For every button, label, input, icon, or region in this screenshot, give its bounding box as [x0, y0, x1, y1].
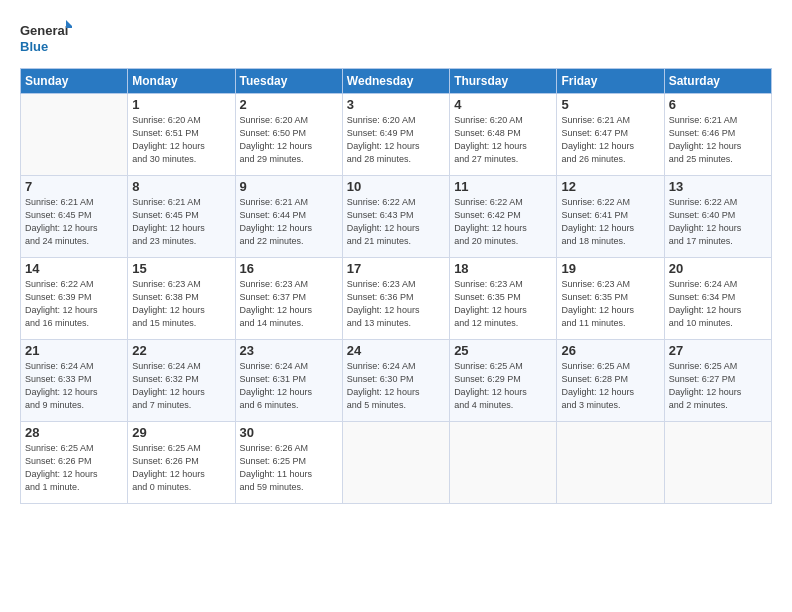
day-number: 13 [669, 179, 767, 194]
weekday-header: Sunday [21, 69, 128, 94]
day-info: Sunrise: 6:25 AMSunset: 6:26 PMDaylight:… [132, 442, 230, 494]
day-number: 17 [347, 261, 445, 276]
day-info: Sunrise: 6:20 AMSunset: 6:51 PMDaylight:… [132, 114, 230, 166]
calendar-cell: 29Sunrise: 6:25 AMSunset: 6:26 PMDayligh… [128, 422, 235, 504]
calendar-cell: 20Sunrise: 6:24 AMSunset: 6:34 PMDayligh… [664, 258, 771, 340]
weekday-header: Friday [557, 69, 664, 94]
calendar-cell: 18Sunrise: 6:23 AMSunset: 6:35 PMDayligh… [450, 258, 557, 340]
calendar-cell: 1Sunrise: 6:20 AMSunset: 6:51 PMDaylight… [128, 94, 235, 176]
calendar-cell: 27Sunrise: 6:25 AMSunset: 6:27 PMDayligh… [664, 340, 771, 422]
calendar-cell: 3Sunrise: 6:20 AMSunset: 6:49 PMDaylight… [342, 94, 449, 176]
calendar-cell: 30Sunrise: 6:26 AMSunset: 6:25 PMDayligh… [235, 422, 342, 504]
day-info: Sunrise: 6:21 AMSunset: 6:45 PMDaylight:… [25, 196, 123, 248]
day-number: 21 [25, 343, 123, 358]
day-number: 19 [561, 261, 659, 276]
calendar-cell: 19Sunrise: 6:23 AMSunset: 6:35 PMDayligh… [557, 258, 664, 340]
day-info: Sunrise: 6:24 AMSunset: 6:33 PMDaylight:… [25, 360, 123, 412]
day-number: 16 [240, 261, 338, 276]
calendar-week-row: 14Sunrise: 6:22 AMSunset: 6:39 PMDayligh… [21, 258, 772, 340]
calendar-cell [21, 94, 128, 176]
calendar-cell [450, 422, 557, 504]
calendar-cell: 10Sunrise: 6:22 AMSunset: 6:43 PMDayligh… [342, 176, 449, 258]
day-info: Sunrise: 6:22 AMSunset: 6:39 PMDaylight:… [25, 278, 123, 330]
calendar-cell: 16Sunrise: 6:23 AMSunset: 6:37 PMDayligh… [235, 258, 342, 340]
day-number: 5 [561, 97, 659, 112]
svg-text:General: General [20, 23, 68, 38]
weekday-header: Wednesday [342, 69, 449, 94]
day-info: Sunrise: 6:24 AMSunset: 6:32 PMDaylight:… [132, 360, 230, 412]
day-number: 3 [347, 97, 445, 112]
day-info: Sunrise: 6:22 AMSunset: 6:43 PMDaylight:… [347, 196, 445, 248]
day-number: 4 [454, 97, 552, 112]
day-info: Sunrise: 6:21 AMSunset: 6:45 PMDaylight:… [132, 196, 230, 248]
weekday-header: Tuesday [235, 69, 342, 94]
calendar-week-row: 28Sunrise: 6:25 AMSunset: 6:26 PMDayligh… [21, 422, 772, 504]
day-info: Sunrise: 6:25 AMSunset: 6:27 PMDaylight:… [669, 360, 767, 412]
day-number: 20 [669, 261, 767, 276]
calendar-cell: 9Sunrise: 6:21 AMSunset: 6:44 PMDaylight… [235, 176, 342, 258]
calendar-cell [342, 422, 449, 504]
svg-marker-2 [66, 20, 72, 28]
calendar-cell: 15Sunrise: 6:23 AMSunset: 6:38 PMDayligh… [128, 258, 235, 340]
day-info: Sunrise: 6:25 AMSunset: 6:29 PMDaylight:… [454, 360, 552, 412]
day-number: 25 [454, 343, 552, 358]
calendar-cell: 23Sunrise: 6:24 AMSunset: 6:31 PMDayligh… [235, 340, 342, 422]
day-number: 9 [240, 179, 338, 194]
calendar-cell: 2Sunrise: 6:20 AMSunset: 6:50 PMDaylight… [235, 94, 342, 176]
calendar-cell: 5Sunrise: 6:21 AMSunset: 6:47 PMDaylight… [557, 94, 664, 176]
weekday-header: Monday [128, 69, 235, 94]
day-info: Sunrise: 6:20 AMSunset: 6:48 PMDaylight:… [454, 114, 552, 166]
day-number: 14 [25, 261, 123, 276]
calendar-cell: 28Sunrise: 6:25 AMSunset: 6:26 PMDayligh… [21, 422, 128, 504]
day-info: Sunrise: 6:26 AMSunset: 6:25 PMDaylight:… [240, 442, 338, 494]
day-info: Sunrise: 6:23 AMSunset: 6:35 PMDaylight:… [561, 278, 659, 330]
header: General Blue [20, 18, 772, 58]
calendar-cell: 25Sunrise: 6:25 AMSunset: 6:29 PMDayligh… [450, 340, 557, 422]
svg-text:Blue: Blue [20, 39, 48, 54]
day-number: 7 [25, 179, 123, 194]
calendar-cell: 4Sunrise: 6:20 AMSunset: 6:48 PMDaylight… [450, 94, 557, 176]
day-info: Sunrise: 6:21 AMSunset: 6:46 PMDaylight:… [669, 114, 767, 166]
calendar-cell: 7Sunrise: 6:21 AMSunset: 6:45 PMDaylight… [21, 176, 128, 258]
day-info: Sunrise: 6:25 AMSunset: 6:28 PMDaylight:… [561, 360, 659, 412]
day-info: Sunrise: 6:22 AMSunset: 6:42 PMDaylight:… [454, 196, 552, 248]
weekday-header-row: SundayMondayTuesdayWednesdayThursdayFrid… [21, 69, 772, 94]
day-info: Sunrise: 6:25 AMSunset: 6:26 PMDaylight:… [25, 442, 123, 494]
day-info: Sunrise: 6:23 AMSunset: 6:38 PMDaylight:… [132, 278, 230, 330]
day-info: Sunrise: 6:22 AMSunset: 6:41 PMDaylight:… [561, 196, 659, 248]
day-number: 8 [132, 179, 230, 194]
day-number: 12 [561, 179, 659, 194]
calendar-cell [664, 422, 771, 504]
day-info: Sunrise: 6:21 AMSunset: 6:44 PMDaylight:… [240, 196, 338, 248]
day-info: Sunrise: 6:20 AMSunset: 6:50 PMDaylight:… [240, 114, 338, 166]
day-number: 26 [561, 343, 659, 358]
day-info: Sunrise: 6:22 AMSunset: 6:40 PMDaylight:… [669, 196, 767, 248]
day-number: 23 [240, 343, 338, 358]
calendar: SundayMondayTuesdayWednesdayThursdayFrid… [20, 68, 772, 504]
day-info: Sunrise: 6:23 AMSunset: 6:35 PMDaylight:… [454, 278, 552, 330]
day-info: Sunrise: 6:20 AMSunset: 6:49 PMDaylight:… [347, 114, 445, 166]
day-number: 30 [240, 425, 338, 440]
day-number: 2 [240, 97, 338, 112]
calendar-cell: 11Sunrise: 6:22 AMSunset: 6:42 PMDayligh… [450, 176, 557, 258]
day-info: Sunrise: 6:24 AMSunset: 6:30 PMDaylight:… [347, 360, 445, 412]
calendar-cell: 17Sunrise: 6:23 AMSunset: 6:36 PMDayligh… [342, 258, 449, 340]
calendar-cell: 12Sunrise: 6:22 AMSunset: 6:41 PMDayligh… [557, 176, 664, 258]
day-info: Sunrise: 6:21 AMSunset: 6:47 PMDaylight:… [561, 114, 659, 166]
day-number: 1 [132, 97, 230, 112]
weekday-header: Thursday [450, 69, 557, 94]
day-info: Sunrise: 6:23 AMSunset: 6:37 PMDaylight:… [240, 278, 338, 330]
calendar-cell: 26Sunrise: 6:25 AMSunset: 6:28 PMDayligh… [557, 340, 664, 422]
page: General Blue SundayMondayTuesdayWednesda… [0, 0, 792, 612]
day-number: 27 [669, 343, 767, 358]
calendar-week-row: 21Sunrise: 6:24 AMSunset: 6:33 PMDayligh… [21, 340, 772, 422]
calendar-cell: 13Sunrise: 6:22 AMSunset: 6:40 PMDayligh… [664, 176, 771, 258]
calendar-week-row: 7Sunrise: 6:21 AMSunset: 6:45 PMDaylight… [21, 176, 772, 258]
day-number: 24 [347, 343, 445, 358]
day-number: 11 [454, 179, 552, 194]
day-number: 10 [347, 179, 445, 194]
day-number: 18 [454, 261, 552, 276]
day-info: Sunrise: 6:24 AMSunset: 6:34 PMDaylight:… [669, 278, 767, 330]
day-number: 15 [132, 261, 230, 276]
weekday-header: Saturday [664, 69, 771, 94]
